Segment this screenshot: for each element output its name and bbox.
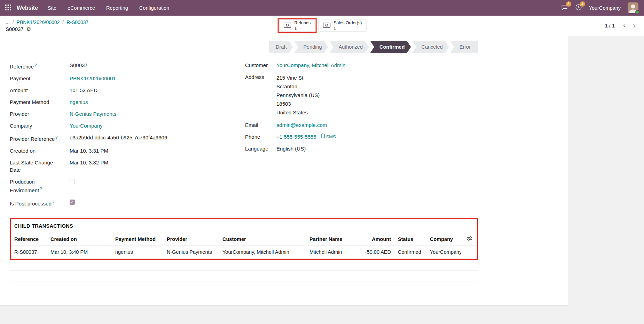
col-created-on[interactable]: Created on <box>47 233 112 245</box>
field-is-post-processed: Is Post-processed? <box>10 199 245 207</box>
help-icon: ? <box>34 63 37 67</box>
col-amount[interactable]: Amount <box>355 233 394 245</box>
company-link[interactable]: YourCompany <box>70 122 103 129</box>
cell-provider: N-Genius Payments <box>163 245 219 259</box>
child-transactions-title: CHILD TRANSACTIONS <box>11 223 477 229</box>
child-transactions-table: Reference Created on Payment Method Prov… <box>11 233 477 259</box>
banknote-icon <box>323 23 330 29</box>
sales-orders-smart-button[interactable]: Sales Order(s) 1 <box>318 20 366 32</box>
is-post-processed-checkbox[interactable] <box>70 200 75 205</box>
company-switcher[interactable]: YourCompany <box>589 5 621 11</box>
col-company[interactable]: Company <box>426 233 461 245</box>
field-provider: Provider N-Genius Payments <box>10 110 245 118</box>
refunds-label: Refunds <box>294 20 311 26</box>
field-production-environment: Production Environment? <box>10 178 245 194</box>
statusbar: Draft Pending Authorized Confirmed Cance… <box>10 41 478 53</box>
address-city: Scranton <box>276 82 320 91</box>
right-field-column: Customer YourCompany, Mitchell Admin Add… <box>245 62 478 212</box>
user-menu[interactable] <box>628 2 638 13</box>
breadcrumb-ellipsis[interactable]: ... <box>6 19 10 25</box>
production-environment-checkbox[interactable] <box>70 179 75 184</box>
field-provider-reference: Provider Reference? e3a2b9dd-ddcc-4a50-b… <box>10 134 245 143</box>
status-step-confirmed[interactable]: Confirmed <box>370 41 411 53</box>
optional-columns-button[interactable] <box>461 233 477 245</box>
cell-payment-method: ngenius <box>112 245 163 259</box>
col-status[interactable]: Status <box>394 233 426 245</box>
email-link[interactable]: admin@example.com <box>276 121 327 129</box>
sales-orders-label: Sales Order(s) <box>333 20 362 26</box>
payment-link[interactable]: PBNK1/2026/00001 <box>70 75 116 82</box>
field-address: Address 215 Vine St Scranton Pennsylvani… <box>245 73 478 117</box>
activities-badge: 4 <box>580 1 585 7</box>
empty-row <box>10 282 478 293</box>
pager-value: 1 / 1 <box>605 23 615 29</box>
amount-value: 101.53 AED <box>70 87 97 94</box>
language-value: English (US) <box>276 145 306 152</box>
col-provider[interactable]: Provider <box>163 233 219 245</box>
reference-value: S00037 <box>70 62 88 70</box>
field-reference: Reference? S00037 <box>10 62 245 70</box>
col-customer[interactable]: Customer <box>219 233 306 245</box>
menu-reporting[interactable]: Reporting <box>106 5 128 11</box>
child-transactions-annotation-box: CHILD TRANSACTIONS Reference Created on … <box>10 218 478 260</box>
breadcrumb-item-payment[interactable]: PBNK1/2026/00002 <box>17 19 60 25</box>
payment-method-link[interactable]: ngenius <box>70 98 88 106</box>
messages-button[interactable]: 8 <box>561 4 568 12</box>
table-header-row: Reference Created on Payment Method Prov… <box>11 233 477 245</box>
menu-site[interactable]: Site <box>48 5 56 11</box>
refunds-smart-button[interactable]: Refunds 1 <box>279 20 315 32</box>
online-status-dot <box>635 10 639 14</box>
status-step-draft[interactable]: Draft <box>269 41 293 53</box>
actions-gear-icon[interactable]: ⚙ <box>26 26 31 32</box>
sliders-icon <box>467 236 472 242</box>
help-icon: ? <box>55 135 57 139</box>
col-payment-method[interactable]: Payment Method <box>112 233 163 245</box>
address-street: 215 Vine St <box>276 73 320 82</box>
control-panel: ... / PBNK1/2026/00002 / R-S00037 S00037… <box>0 16 644 36</box>
pager-previous-button[interactable] <box>620 22 629 30</box>
page-title: S00037 <box>6 26 24 32</box>
phone-link[interactable]: +1 555-555-5555 <box>276 133 316 140</box>
help-icon: ? <box>40 187 42 191</box>
main-menu: Site eCommerce Reporting Configuration <box>48 5 169 11</box>
left-field-column: Reference? S00037 Payment PBNK1/2026/000… <box>10 62 245 212</box>
status-step-error[interactable]: Error <box>450 41 478 53</box>
table-row[interactable]: R-S00037 Mar 10, 3:40 PM ngenius N-Geniu… <box>11 245 477 259</box>
child-transactions-section: CHILD TRANSACTIONS Reference Created on … <box>10 218 478 304</box>
field-last-state-change-date: Last State Change Date Mar 10, 3:32 PM <box>10 159 245 173</box>
cell-company: YourCompany <box>426 245 461 259</box>
last-state-change-value: Mar 10, 3:32 PM <box>70 159 108 173</box>
field-created-on: Created on Mar 10, 3:31 PM <box>10 147 245 154</box>
cell-reference: R-S00037 <box>11 245 47 259</box>
app-brand[interactable]: Website <box>17 5 38 11</box>
field-phone: Phone +1 555-555-5555 SMS <box>245 133 478 140</box>
created-on-value: Mar 10, 3:31 PM <box>70 147 108 154</box>
cell-customer: YourCompany, Mitchell Admin <box>219 245 306 259</box>
breadcrumb-item-refund[interactable]: R-S00037 <box>66 19 88 25</box>
empty-row <box>10 260 478 271</box>
activities-button[interactable]: 4 <box>575 4 582 12</box>
breadcrumb: ... / PBNK1/2026/00002 / R-S00037 <box>6 19 88 25</box>
apps-grid-icon <box>5 5 11 11</box>
empty-row <box>10 271 478 282</box>
provider-link[interactable]: N-Genius Payments <box>70 110 116 118</box>
customer-link[interactable]: YourCompany, Mitchell Admin <box>276 62 345 69</box>
status-step-pending[interactable]: Pending <box>294 41 328 53</box>
sms-button[interactable]: SMS <box>321 133 336 140</box>
field-amount: Amount 101.53 AED <box>10 87 245 94</box>
messages-badge: 8 <box>566 1 571 7</box>
status-step-authorized[interactable]: Authorized <box>329 41 369 53</box>
form-sheet: Draft Pending Authorized Confirmed Cance… <box>0 36 568 306</box>
status-step-canceled[interactable]: Canceled <box>412 41 449 53</box>
col-partner-name[interactable]: Partner Name <box>306 233 355 245</box>
field-company: Company YourCompany <box>10 122 245 129</box>
refunds-count: 1 <box>294 26 297 31</box>
apps-menu-button[interactable] <box>0 0 16 16</box>
menu-ecommerce[interactable]: eCommerce <box>68 5 95 11</box>
provider-reference-value: e3a2b9dd-ddcc-4a50-b925-7c730f4a9306 <box>70 134 167 143</box>
pager-next-button[interactable] <box>630 22 638 30</box>
col-reference[interactable]: Reference <box>11 233 47 245</box>
address-country: United States <box>276 108 320 117</box>
address-zip: 18503 <box>276 99 320 108</box>
menu-configuration[interactable]: Configuration <box>139 5 169 11</box>
